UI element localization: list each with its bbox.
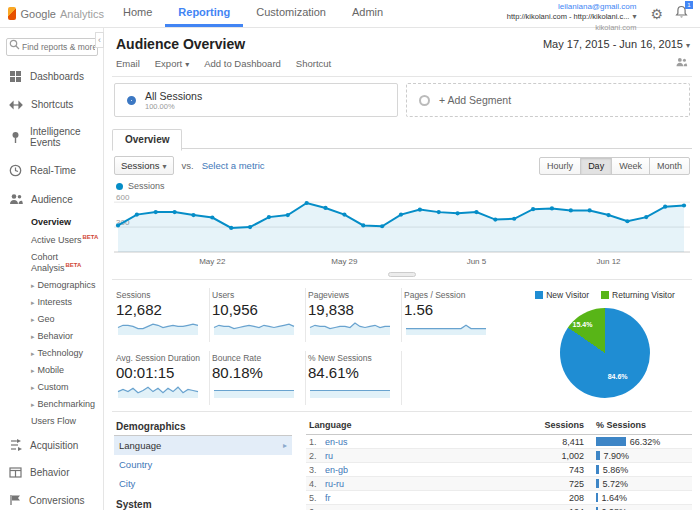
sidebar-collapse-handle[interactable]: ‹	[95, 32, 104, 48]
sidebar-item-audience[interactable]: Audience	[0, 185, 103, 213]
dim-item-language[interactable]: Language	[114, 436, 292, 455]
table-header-row: Language Sessions % Sessions	[306, 415, 692, 435]
add-segment-label: + Add Segment	[439, 94, 511, 106]
sidebar-item-dashboards[interactable]: Dashboards	[0, 62, 103, 91]
chart-range-slider	[114, 270, 690, 279]
language-link[interactable]: ru	[325, 451, 333, 461]
row-sessions: 725	[526, 479, 584, 489]
sidebar-item-users-flow[interactable]: Users Flow	[31, 412, 103, 429]
language-link[interactable]: en-us	[325, 437, 348, 447]
behavior-icon	[9, 467, 22, 478]
sidebar-item-intelligence-events[interactable]: Intelligence Events	[0, 118, 103, 156]
table-body: 1.en-us 8,411 66.32% 2.ru 1,002 7.90% 3.…	[306, 435, 692, 510]
sidebar-item-behavior[interactable]: Behavior	[0, 459, 103, 486]
all-sessions-segment[interactable]: All Sessions 100.00%	[114, 83, 398, 117]
notification-badge: 1	[685, 1, 693, 9]
sidebar-item-benchmarking[interactable]: Benchmarking	[31, 395, 103, 412]
language-table: Language Sessions % Sessions 1.en-us 8,4…	[306, 415, 692, 510]
google-analytics-logo: Google Analytics	[0, 0, 104, 27]
sidebar-item-geo[interactable]: Geo	[31, 310, 103, 327]
sidebar-item-behavior-sub[interactable]: Behavior	[31, 327, 103, 344]
metric-card[interactable]: % New Sessions 84.61%	[306, 351, 402, 405]
account-email: leilaniana@gmail.com	[507, 2, 637, 12]
account-property: http://kikolani.com - http://kikolani.c.…	[507, 12, 637, 22]
col-language[interactable]: Language	[306, 420, 526, 430]
metric-label: Bounce Rate	[212, 353, 297, 363]
sidebar-item-cohort-analysis[interactable]: Cohort AnalysisBETA	[31, 248, 103, 276]
language-link[interactable]: ru-ru	[325, 479, 344, 489]
visitor-type-pie-chart[interactable]: 15.4% 84.6%	[560, 308, 650, 398]
account-switcher[interactable]: leilaniana@gmail.com http://kikolani.com…	[507, 0, 637, 27]
metric-value: 80.18%	[212, 364, 297, 381]
email-button[interactable]: Email	[116, 58, 140, 69]
sidebar-item-custom[interactable]: Custom	[31, 378, 103, 395]
sidebar-item-acquisition[interactable]: Acquisition	[0, 431, 103, 459]
metric-sparkline	[116, 320, 200, 336]
pie-label-returning: 15.4%	[573, 321, 593, 328]
metric-card[interactable]: Bounce Rate 80.18%	[210, 351, 306, 405]
notifications-button[interactable]: 1	[675, 5, 688, 23]
tab-reporting[interactable]: Reporting	[165, 0, 243, 27]
language-link[interactable]: es	[325, 507, 335, 510]
pct-bar	[596, 451, 600, 460]
metric-card[interactable]: Avg. Session Duration 00:01:15	[114, 351, 210, 405]
sidebar-item-interests[interactable]: Interests	[31, 293, 103, 310]
granularity-hourly-button[interactable]: Hourly	[539, 157, 581, 175]
ga-logo-icon	[8, 7, 16, 20]
audience-insights-button[interactable]	[675, 57, 688, 69]
slider-handle[interactable]	[388, 272, 416, 277]
tab-admin[interactable]: Admin	[339, 0, 396, 27]
sidebar-item-conversions[interactable]: Conversions	[0, 486, 103, 510]
metric-card[interactable]: Pages / Session 1.56	[402, 288, 498, 342]
shortcut-button[interactable]: Shortcut	[296, 58, 331, 69]
metric-select-dropdown[interactable]: Sessions	[114, 156, 174, 175]
sidebar-item-label: Behavior	[30, 467, 69, 478]
date-range-selector[interactable]: May 17, 2015 - Jun 16, 2015	[543, 38, 690, 50]
add-segment-button[interactable]: + Add Segment	[406, 83, 690, 117]
add-to-dashboard-button[interactable]: Add to Dashboard	[204, 58, 281, 69]
tab-home[interactable]: Home	[110, 0, 165, 27]
row-pct: 5.86%	[603, 465, 629, 475]
granularity-month-button[interactable]: Month	[649, 157, 690, 175]
sidebar-item-active-users[interactable]: Active UsersBETA	[31, 230, 103, 248]
export-button[interactable]: Export	[155, 58, 189, 69]
sidebar-item-demographics[interactable]: Demographics	[31, 276, 103, 293]
sidebar-item-technology[interactable]: Technology	[31, 344, 103, 361]
col-sessions[interactable]: Sessions	[526, 420, 584, 430]
tab-overview[interactable]: Overview	[112, 129, 182, 151]
sidebar-item-shortcuts[interactable]: Shortcuts	[0, 91, 103, 118]
metric-card[interactable]: Pageviews 19,838	[306, 288, 402, 342]
granularity-day-button[interactable]: Day	[580, 157, 612, 175]
col-pct-sessions[interactable]: % Sessions	[584, 420, 692, 430]
pct-bar	[596, 465, 599, 474]
table-row: 1.en-us 8,411 66.32%	[306, 435, 692, 449]
dim-item-city[interactable]: City	[114, 474, 292, 493]
gear-icon[interactable]: ⚙	[650, 7, 663, 21]
sidebar-item-mobile[interactable]: Mobile	[31, 361, 103, 378]
table-row: 5.fr 208 1.64%	[306, 491, 692, 505]
report-tabs: Overview	[112, 128, 692, 149]
row-rank: 3.	[309, 465, 322, 475]
select-a-metric-link[interactable]: Select a metric	[202, 160, 265, 171]
metric-card[interactable]: Sessions 12,682	[114, 288, 210, 342]
granularity-week-button[interactable]: Week	[611, 157, 650, 175]
dim-item-country[interactable]: Country	[114, 455, 292, 474]
metric-value: 12,682	[116, 301, 201, 318]
dimension-menu: Demographics Language Country City Syste…	[112, 415, 292, 510]
tab-customization[interactable]: Customization	[243, 0, 339, 27]
sidebar-item-real-time[interactable]: Real-Time	[0, 156, 103, 185]
svg-text:May 29: May 29	[331, 257, 358, 266]
report-search	[6, 36, 98, 56]
sidebar: ‹ Dashboards Shortcuts Intelligence Even…	[0, 28, 104, 510]
sidebar-item-label: Real-Time	[30, 165, 76, 176]
metric-card[interactable]: Users 10,956	[210, 288, 306, 342]
sidebar-item-overview[interactable]: Overview	[31, 213, 103, 230]
row-rank: 5.	[309, 493, 322, 503]
pct-bar	[596, 493, 598, 502]
language-link[interactable]: en-gb	[325, 465, 348, 475]
language-link[interactable]: fr	[325, 493, 331, 503]
sessions-chart[interactable]: 300600May 22May 29Jun 5Jun 12	[112, 192, 692, 279]
row-sessions: 208	[526, 493, 584, 503]
beta-badge: BETA	[66, 262, 82, 268]
sessions-line-chart[interactable]: 300600May 22May 29Jun 5Jun 12	[114, 192, 690, 266]
